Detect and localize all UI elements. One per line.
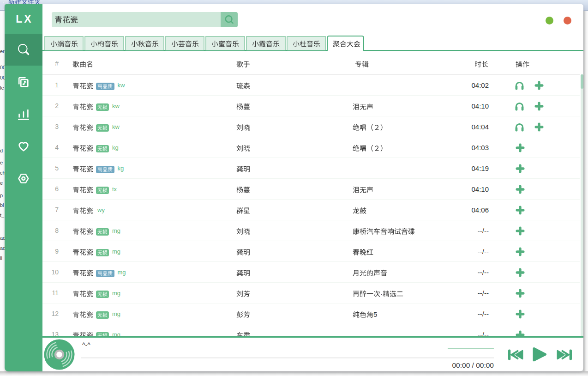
svg-text:5: 5 <box>373 310 377 318</box>
svg-text:·: · <box>380 289 383 297</box>
